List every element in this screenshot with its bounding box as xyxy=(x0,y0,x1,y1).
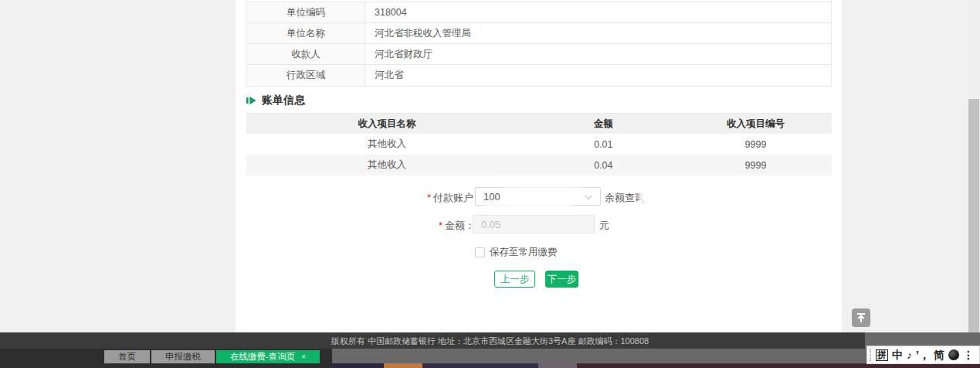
unit-info-table: 单位编码 318004 单位名称 河北省非税收入管理局 收款人 河北省财政厅 行… xyxy=(246,0,832,87)
tab-home[interactable]: 首页 xyxy=(104,350,150,363)
required-asterisk: * xyxy=(439,220,443,231)
bottom-tabs: 首页 申报缴税 在线缴费-查询页 × xyxy=(104,350,320,363)
table-row: 行政区域 河北省 xyxy=(247,65,831,86)
back-to-top-button[interactable] xyxy=(852,308,870,327)
bill-item-number: 9999 xyxy=(680,139,832,150)
background-window-fragment xyxy=(332,363,384,368)
amount-unit: 元 xyxy=(599,219,609,233)
previous-step-button[interactable]: 上一步 xyxy=(494,271,535,288)
vertical-scrollbar[interactable] xyxy=(968,0,980,368)
section-title-text: 账单信息 xyxy=(262,94,305,107)
punctuation-mode-icon[interactable]: ’， xyxy=(916,349,930,360)
green-play-icon xyxy=(246,96,256,105)
payee-label: 收款人 xyxy=(247,44,365,64)
bill-item-name: 其他收入 xyxy=(246,138,527,151)
table-row: 其他收入 0.04 9999 xyxy=(246,155,832,175)
drag-handle-icon[interactable] xyxy=(870,349,872,361)
amount-input[interactable]: 0.05 xyxy=(473,215,595,233)
bill-item-number: 9999 xyxy=(680,160,832,171)
table-row: 其他收入 0.01 9999 xyxy=(246,134,832,155)
simplified-chinese-icon[interactable]: 简 xyxy=(934,349,944,360)
tab-declare-tax[interactable]: 申报缴税 xyxy=(151,350,215,363)
arrow-to-top-icon xyxy=(856,312,866,323)
col-header-item-name: 收入项目名称 xyxy=(246,118,527,131)
unit-name-label: 单位名称 xyxy=(247,23,365,43)
save-frequent-checkbox[interactable] xyxy=(475,247,485,257)
copyright-text: 版权所有 中国邮政储蓄银行 地址：北京市西城区金融大街3号A座 邮政编码：100… xyxy=(0,336,980,347)
close-icon[interactable]: × xyxy=(301,353,306,361)
bill-item-name: 其他收入 xyxy=(246,158,527,172)
bill-info-section-title: 账单信息 xyxy=(246,94,305,107)
chevron-down-icon xyxy=(585,192,592,199)
bill-table-header: 收入项目名称 金额 收入项目编号 xyxy=(246,113,832,134)
col-header-amount: 金额 xyxy=(527,118,680,131)
next-step-button[interactable]: 下一步 xyxy=(545,271,578,288)
ime-toolbar: 拼 中 ♪ ’， 简 ⋮ xyxy=(866,346,980,364)
unit-code-label: 单位编码 xyxy=(247,2,365,22)
blur-redaction xyxy=(638,189,686,203)
content-panel: 单位编码 318004 单位名称 河北省非税收入管理局 收款人 河北省财政厅 行… xyxy=(236,0,842,332)
chinese-mode-icon[interactable]: 中 xyxy=(892,349,903,360)
sound-icon[interactable]: ♪ xyxy=(907,349,912,360)
ime-menu-icon[interactable] xyxy=(948,349,959,360)
amount-label: *金额： xyxy=(439,219,475,233)
payee-value: 河北省财政厅 xyxy=(365,44,831,64)
tab-online-payment-query[interactable]: 在线缴费-查询页 × xyxy=(216,350,320,363)
scrollbar-thumb[interactable] xyxy=(968,99,979,346)
required-asterisk: * xyxy=(427,192,431,203)
save-frequent-label: 保存至常用缴费 xyxy=(490,246,558,259)
bill-table: 收入项目名称 金额 收入项目编号 其他收入 0.01 9999 其他收入 0.0… xyxy=(246,113,832,175)
unit-name-value: 河北省非税收入管理局 xyxy=(365,23,831,43)
blur-redaction xyxy=(504,189,579,203)
footer-bar: 版权所有 中国邮政储蓄银行 地址：北京市西城区金融大街3号A座 邮政编码：100… xyxy=(0,332,865,349)
col-header-item-number: 收入项目编号 xyxy=(680,118,832,131)
table-row: 单位名称 河北省非税收入管理局 xyxy=(247,23,831,44)
bill-item-amount: 0.01 xyxy=(527,139,680,150)
table-row: 单位编码 318004 xyxy=(247,2,831,23)
region-value: 河北省 xyxy=(365,65,831,86)
pinyin-mode-icon[interactable]: 拼 xyxy=(876,349,888,361)
save-frequent-payment-row: 保存至常用缴费 xyxy=(475,246,558,259)
unit-code-value: 318004 xyxy=(365,2,831,22)
blur-redaction xyxy=(485,203,574,213)
ime-more-icon[interactable]: ⋮ xyxy=(963,349,974,360)
blur-redaction xyxy=(502,175,585,187)
background-window-fragment xyxy=(422,363,538,368)
account-number-prefix: 100 xyxy=(483,191,500,203)
region-label: 行政区域 xyxy=(247,65,365,86)
bill-item-amount: 0.04 xyxy=(527,160,680,171)
background-window-fragment xyxy=(538,363,577,368)
background-window-fragment xyxy=(384,363,422,368)
table-row: 收款人 河北省财政厅 xyxy=(247,44,831,65)
amount-value: 0.05 xyxy=(481,219,500,230)
